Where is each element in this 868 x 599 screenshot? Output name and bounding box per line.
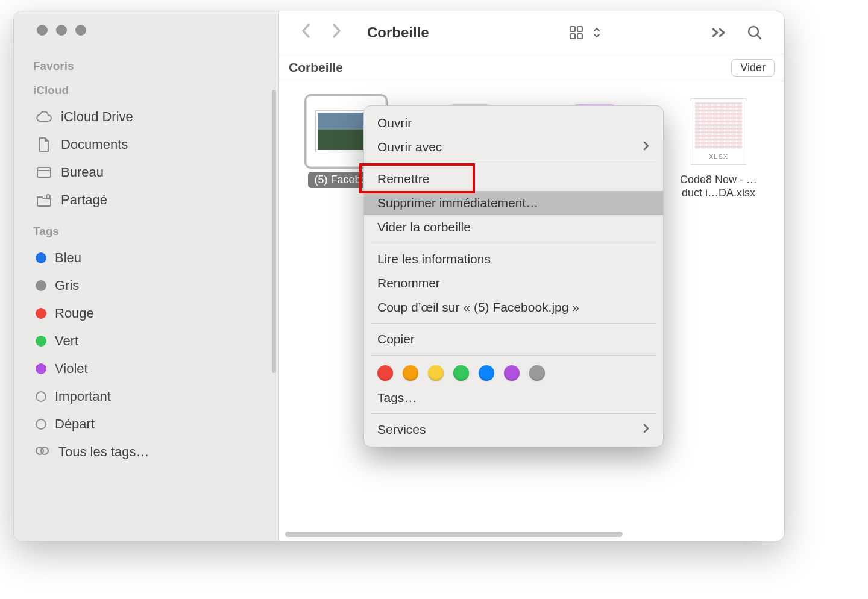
sidebar-item-shared[interactable]: Partagé bbox=[31, 186, 266, 214]
context-menu-item[interactable]: Supprimer immédiatement… bbox=[364, 191, 663, 215]
sidebar-tag-label: Bleu bbox=[55, 250, 81, 266]
window-controls bbox=[31, 25, 266, 36]
sidebar-tag-tous-les-tags-[interactable]: Tous les tags… bbox=[31, 438, 266, 466]
sidebar-tag-label: Violet bbox=[55, 361, 88, 377]
sidebar-tag-gris[interactable]: Gris bbox=[31, 272, 266, 300]
location-title: Corbeille bbox=[289, 60, 343, 75]
sidebar-item-label: Partagé bbox=[61, 192, 107, 208]
tag-ring-icon bbox=[36, 391, 46, 402]
context-menu-item[interactable]: Remettre bbox=[364, 167, 663, 191]
context-menu-item[interactable]: Ouvrir avec bbox=[364, 135, 663, 159]
tag-color-choice[interactable] bbox=[403, 365, 418, 381]
tag-color-dot bbox=[36, 252, 46, 263]
file-item[interactable]: XLSXCode8 New - …duct i…DA.xlsx bbox=[673, 96, 764, 201]
document-icon bbox=[36, 137, 52, 152]
sidebar-section-tags: Tags bbox=[33, 225, 266, 238]
sidebar-tag-vert[interactable]: Vert bbox=[31, 327, 266, 355]
chevron-right-icon bbox=[643, 140, 650, 154]
file-label: Code8 New - …duct i…DA.xlsx bbox=[673, 172, 764, 201]
nav-back-button[interactable] bbox=[295, 20, 318, 46]
search-button[interactable] bbox=[741, 24, 769, 41]
svg-point-4 bbox=[41, 447, 48, 454]
cloud-icon bbox=[36, 109, 52, 125]
context-menu-item-label: Coup d’œil sur « (5) Facebook.jpg » bbox=[377, 300, 579, 315]
context-menu-item-label: Lire les informations bbox=[377, 252, 491, 266]
sidebar-item-label: Documents bbox=[61, 137, 128, 152]
context-menu-item[interactable]: Tags… bbox=[364, 386, 663, 410]
sidebar: Favoris iCloud iCloud Drive Documents Bu… bbox=[14, 11, 279, 541]
sidebar-item-documents[interactable]: Documents bbox=[31, 131, 266, 158]
context-menu-item-label: Remettre bbox=[377, 172, 429, 186]
context-menu-item[interactable]: Vider la corbeille bbox=[364, 215, 663, 239]
context-menu-separator bbox=[371, 243, 656, 243]
context-menu-item-label: Ouvrir bbox=[377, 116, 412, 130]
view-mode-button[interactable] bbox=[562, 24, 607, 41]
svg-line-10 bbox=[757, 35, 761, 39]
sidebar-tag-label: Gris bbox=[55, 278, 79, 293]
finder-window: Favoris iCloud iCloud Drive Documents Bu… bbox=[13, 11, 785, 541]
sidebar-tag-violet[interactable]: Violet bbox=[31, 355, 266, 383]
desktop-icon bbox=[36, 165, 52, 180]
tag-color-choice[interactable] bbox=[377, 365, 393, 381]
sidebar-section-favorites: Favoris bbox=[33, 60, 266, 73]
context-menu-separator bbox=[371, 163, 656, 163]
context-menu-item-label: Services bbox=[377, 422, 426, 437]
toolbar: Corbeille bbox=[279, 11, 784, 54]
svg-rect-8 bbox=[577, 34, 582, 39]
empty-trash-button[interactable]: Vider bbox=[731, 59, 775, 77]
tag-color-dot bbox=[36, 308, 46, 319]
context-menu-item[interactable]: Copier bbox=[364, 327, 663, 351]
context-menu-item[interactable]: Ouvrir bbox=[364, 111, 663, 135]
zoom-window-button[interactable] bbox=[75, 25, 86, 36]
nav-forward-button[interactable] bbox=[325, 20, 348, 46]
svg-rect-5 bbox=[570, 27, 575, 31]
sidebar-tag-bleu[interactable]: Bleu bbox=[31, 244, 266, 272]
context-menu-item[interactable]: Renommer bbox=[364, 271, 663, 295]
context-menu: OuvrirOuvrir avecRemettreSupprimer imméd… bbox=[363, 105, 664, 447]
minimize-window-button[interactable] bbox=[56, 25, 67, 36]
sidebar-tag-label: Important bbox=[55, 389, 111, 404]
sidebar-item-icloud-drive[interactable]: iCloud Drive bbox=[31, 103, 266, 131]
tag-color-choice[interactable] bbox=[453, 365, 469, 381]
context-menu-item[interactable]: Coup d’œil sur « (5) Facebook.jpg » bbox=[364, 295, 663, 319]
context-menu-separator bbox=[371, 413, 656, 414]
sidebar-tag-rouge[interactable]: Rouge bbox=[31, 300, 266, 327]
sidebar-tag-label: Rouge bbox=[55, 306, 94, 321]
context-menu-item-label: Copier bbox=[377, 332, 415, 347]
toolbar-overflow-button[interactable] bbox=[705, 24, 734, 41]
all-tags-icon bbox=[36, 444, 50, 460]
tag-color-choice[interactable] bbox=[504, 365, 520, 381]
context-menu-item[interactable]: Lire les informations bbox=[364, 247, 663, 271]
sidebar-scrollbar[interactable] bbox=[272, 90, 276, 373]
sidebar-section-icloud: iCloud bbox=[33, 84, 266, 97]
context-menu-tag-colors bbox=[364, 359, 663, 386]
context-menu-item[interactable]: Services bbox=[364, 418, 663, 442]
sidebar-item-label: Bureau bbox=[61, 165, 104, 180]
tag-color-choice[interactable] bbox=[529, 365, 545, 381]
tag-color-choice[interactable] bbox=[428, 365, 444, 381]
location-bar: Corbeille Vider bbox=[279, 54, 784, 81]
svg-rect-7 bbox=[570, 34, 575, 39]
context-menu-separator bbox=[371, 355, 656, 356]
tag-ring-icon bbox=[36, 419, 46, 430]
file-thumbnail[interactable]: XLSX bbox=[679, 96, 758, 167]
context-menu-item-label: Supprimer immédiatement… bbox=[377, 196, 538, 210]
shared-folder-icon bbox=[36, 192, 52, 208]
close-window-button[interactable] bbox=[37, 25, 48, 36]
sidebar-tag-label: Tous les tags… bbox=[58, 444, 149, 460]
context-menu-item-label: Tags… bbox=[377, 390, 417, 405]
context-menu-separator bbox=[371, 323, 656, 324]
main-area: Corbeille Corbeille Vider (5) Facebo…XLS… bbox=[279, 11, 784, 541]
context-menu-item-label: Ouvrir avec bbox=[377, 140, 442, 154]
sidebar-tag-d-part[interactable]: Départ bbox=[31, 410, 266, 438]
sidebar-tag-important[interactable]: Important bbox=[31, 383, 266, 410]
svg-rect-6 bbox=[577, 27, 582, 31]
horizontal-scrollbar[interactable] bbox=[285, 532, 623, 537]
sidebar-tag-label: Départ bbox=[55, 416, 95, 432]
tag-color-dot bbox=[36, 363, 46, 374]
sidebar-tag-label: Vert bbox=[55, 333, 78, 349]
window-title: Corbeille bbox=[367, 24, 429, 41]
content-area: (5) Facebo…XLSXCode8 New - …duct i…DA.xl… bbox=[279, 81, 784, 541]
sidebar-item-desktop[interactable]: Bureau bbox=[31, 158, 266, 186]
tag-color-choice[interactable] bbox=[479, 365, 494, 381]
